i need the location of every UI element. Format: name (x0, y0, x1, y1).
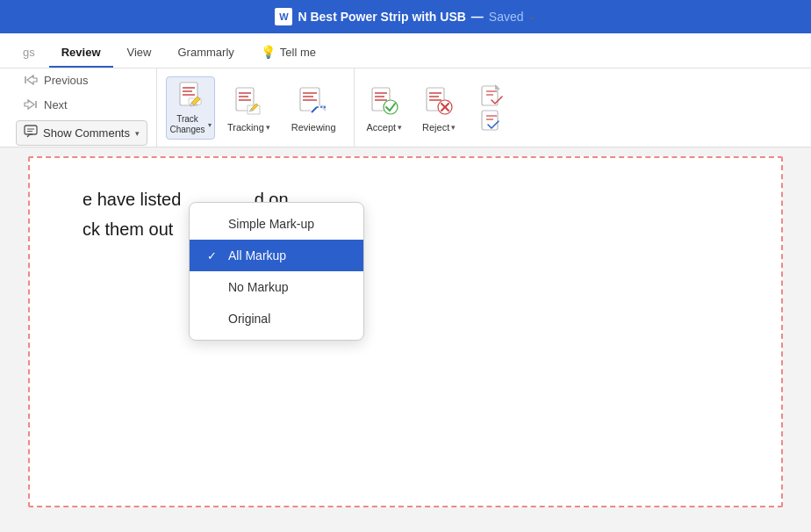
tracking-section: TrackChanges ▾ Tracking ▾ (156, 68, 354, 147)
accept-reject-section: Accept ▾ Reject ▾ (354, 68, 520, 147)
accept-button[interactable]: Accept ▾ (358, 76, 412, 140)
accept-arrow-icon[interactable]: ▾ (398, 123, 402, 132)
all-markup-check-icon: ✓ (207, 249, 221, 262)
tab-view[interactable]: View (115, 39, 164, 68)
tab-gs[interactable]: gs (11, 39, 47, 68)
saved-label: Saved (489, 10, 524, 24)
all-markup-option[interactable]: ✓ All Markup (190, 240, 363, 271)
previous-label: Previous (44, 74, 89, 87)
ribbon-content: Previous Next Show Comments ▾ (0, 68, 811, 147)
tab-review[interactable]: Review (49, 39, 113, 68)
comments-section: Previous Next Show Comments ▾ (7, 68, 156, 147)
title-chevron-icon[interactable]: ⌄ (529, 12, 536, 21)
track-changes-arrow-icon[interactable]: ▾ (208, 121, 212, 129)
review-list-icon (476, 90, 507, 126)
document-page: e have listed d on ck them out es in (28, 156, 783, 507)
ribbon-tabs: gs Review View Grammarly 💡 Tell me (0, 33, 811, 68)
simple-markup-option[interactable]: Simple Mark-up (190, 208, 363, 240)
previous-button[interactable]: Previous (16, 69, 147, 90)
show-comments-label: Show Comments (43, 126, 130, 140)
accept-icon (369, 83, 400, 119)
show-comments-chevron-icon[interactable]: ▾ (135, 129, 140, 138)
original-option[interactable]: Original (190, 303, 363, 334)
track-changes-button[interactable]: TrackChanges ▾ (166, 76, 215, 140)
reviewing-icon (298, 83, 329, 119)
next-button[interactable]: Next (16, 94, 147, 115)
document-wrapper: e have listed d on ck them out es in (0, 147, 811, 516)
document-line-1: e have listed d on (83, 184, 728, 214)
reject-icon (423, 83, 455, 119)
tab-tell-me[interactable]: 💡 Tell me (248, 38, 328, 68)
next-icon (23, 97, 39, 112)
tracking-icon (233, 83, 264, 119)
title-separator: — (471, 10, 484, 24)
track-changes-icon (175, 81, 206, 111)
tab-grammarly[interactable]: Grammarly (166, 39, 247, 68)
reviewing-button[interactable]: Reviewing (283, 76, 345, 140)
document-title: N Best Power Strip with USB (298, 10, 465, 24)
comment-bubble-icon (24, 125, 38, 141)
title-bar-content: W N Best Power Strip with USB — Saved ⌄ (275, 8, 535, 25)
reject-button[interactable]: Reject ▾ (413, 76, 465, 140)
markup-dropdown: Simple Mark-up ✓ All Markup No Markup Or… (189, 202, 364, 341)
svg-rect-0 (25, 126, 37, 134)
word-icon: W (275, 8, 292, 25)
reject-arrow-icon[interactable]: ▾ (451, 123, 456, 132)
tracking-arrow-icon[interactable]: ▾ (266, 123, 270, 132)
tracking-button[interactable]: Tracking ▾ (219, 76, 279, 140)
reviewing-label: Reviewing (291, 122, 336, 133)
accept-label: Accept (367, 122, 397, 133)
tracking-label: Tracking (227, 122, 264, 133)
lightbulb-icon: 💡 (261, 45, 276, 59)
show-comments-button[interactable]: Show Comments ▾ (16, 120, 147, 146)
more-review-button[interactable] (467, 76, 516, 140)
document-line-2: ck them out es in (83, 214, 728, 244)
reject-label: Reject (422, 122, 449, 133)
no-markup-option[interactable]: No Markup (190, 271, 363, 303)
next-label: Next (44, 98, 68, 111)
title-bar: W N Best Power Strip with USB — Saved ⌄ (0, 0, 811, 33)
previous-icon (23, 72, 39, 88)
track-changes-label: TrackChanges (169, 114, 205, 135)
